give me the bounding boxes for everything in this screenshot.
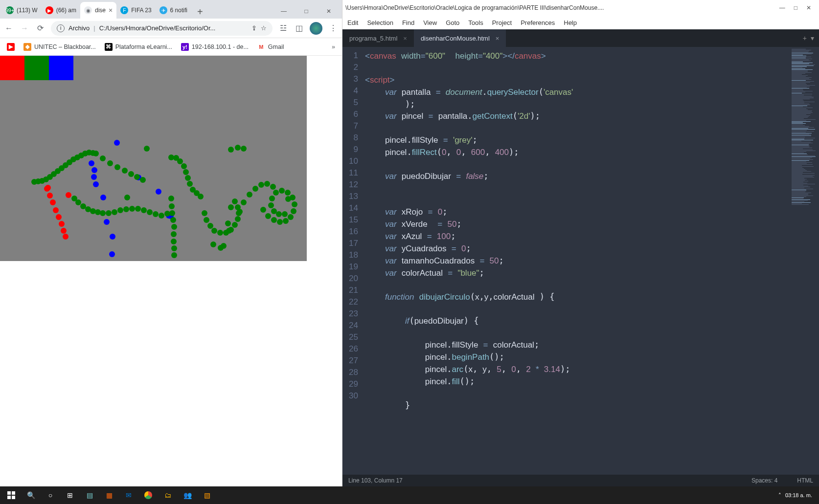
editor-close-button[interactable]: ✕ bbox=[806, 4, 811, 11]
minimize-button[interactable]: — bbox=[273, 4, 295, 19]
bookmark-item[interactable]: MGmail bbox=[257, 43, 284, 51]
bookmark-label: Plataforma eLearni... bbox=[115, 44, 172, 50]
menu-item[interactable]: Tools bbox=[468, 19, 483, 26]
omnibox-url: C:/Users/Hmora/OneDrive/Escritorio/Or... bbox=[99, 24, 248, 32]
bookmark-favicon: ⌘ bbox=[105, 43, 113, 51]
editor-title-path: \Users\Hmora\OneDrive\Escritorio\Oracle\… bbox=[345, 4, 604, 11]
menu-item[interactable]: Edit bbox=[347, 19, 358, 26]
profile-avatar[interactable] bbox=[310, 22, 322, 35]
tab-favicon: F bbox=[120, 6, 128, 14]
cortana-icon[interactable]: ○ bbox=[42, 488, 59, 503]
windows-taskbar: 🔍 ○ ⊞ ▤ ▦ ✉ 🗂 👥 ▧ ˄ 03:18 a. m. bbox=[0, 486, 819, 504]
menu-item[interactable]: Preferences bbox=[521, 19, 555, 26]
omnibox-label: Archivo bbox=[68, 24, 90, 32]
browser-tab[interactable]: ✈6 notifi bbox=[156, 2, 191, 19]
address-bar[interactable]: i Archivo | C:/Users/Hmora/OneDrive/Escr… bbox=[51, 21, 273, 36]
tab-favicon: 99+ bbox=[6, 6, 14, 14]
side-panel-icon[interactable]: ◫ bbox=[294, 23, 304, 33]
file-explorer-icon[interactable]: 🗂 bbox=[159, 488, 176, 503]
menu-item[interactable]: Help bbox=[564, 19, 577, 26]
start-button[interactable] bbox=[3, 488, 20, 503]
bookmark-overflow-icon[interactable]: » bbox=[332, 44, 335, 50]
bookmark-label: Gmail bbox=[268, 44, 284, 50]
svg-rect-2 bbox=[7, 496, 11, 499]
editor-maximize-button[interactable]: □ bbox=[794, 4, 797, 11]
bookmark-favicon: ▶ bbox=[7, 43, 15, 51]
mail-icon[interactable]: ✉ bbox=[120, 488, 137, 503]
minimap[interactable] bbox=[790, 47, 819, 475]
microsoft-store-icon[interactable]: ▤ bbox=[81, 488, 98, 503]
line-gutter: 1234567891011121314151617181920212223242… bbox=[342, 47, 362, 475]
editor-body: 1234567891011121314151617181920212223242… bbox=[342, 47, 819, 475]
editor-tab-label: disenharConMouse.html bbox=[421, 35, 490, 42]
bookmarks-bar: ▶◆UNITEC – Blackboar...⌘Plataforma eLear… bbox=[0, 38, 342, 56]
bookmark-item[interactable]: ▶ bbox=[7, 43, 15, 51]
reading-list-icon[interactable]: ☳ bbox=[278, 23, 288, 33]
bookmark-favicon: y! bbox=[181, 43, 189, 51]
tray-chevron-icon[interactable]: ˄ bbox=[778, 492, 781, 499]
maximize-button[interactable]: □ bbox=[295, 4, 318, 19]
svg-rect-1 bbox=[12, 491, 15, 495]
editor-tab[interactable]: disenharConMouse.html× bbox=[414, 29, 506, 47]
forward-button[interactable]: → bbox=[20, 23, 29, 33]
site-info-icon[interactable]: i bbox=[57, 24, 65, 32]
close-tab-icon[interactable]: × bbox=[496, 35, 500, 42]
status-indent[interactable]: Spaces: 4 bbox=[751, 477, 777, 484]
browser-tab[interactable]: ▶(66) am bbox=[42, 2, 80, 19]
code-area[interactable]: <canvas width="600" height="400"></canva… bbox=[362, 47, 790, 475]
tab-label: (113) W bbox=[17, 7, 38, 14]
chrome-window: 99+(113) W▶(66) am◉dise×FFIFA 23✈6 notif… bbox=[0, 0, 342, 486]
close-tab-icon[interactable]: × bbox=[109, 6, 113, 14]
sublime-taskbar-icon[interactable]: ▧ bbox=[199, 488, 215, 503]
editor-menubar[interactable]: EditSelectionFindViewGotoToolsProjectPre… bbox=[342, 16, 819, 29]
menu-item[interactable]: Find bbox=[402, 19, 414, 26]
editor-tab-label: programa_5.html bbox=[349, 35, 397, 42]
new-view-button[interactable]: + bbox=[803, 34, 807, 42]
menu-item[interactable]: Goto bbox=[446, 19, 459, 26]
chrome-taskbar-icon[interactable] bbox=[140, 488, 157, 503]
drawing-canvas[interactable] bbox=[0, 56, 307, 261]
menu-item[interactable]: Selection bbox=[367, 19, 393, 26]
browser-tab[interactable]: FFIFA 23 bbox=[116, 2, 155, 19]
bookmark-favicon: M bbox=[257, 43, 265, 51]
reload-button[interactable]: ⟳ bbox=[35, 23, 45, 33]
bookmark-label: 192-168.100.1 - de... bbox=[192, 44, 249, 50]
tab-favicon: ✈ bbox=[159, 6, 167, 14]
editor-tab[interactable]: programa_5.html× bbox=[342, 29, 414, 47]
tab-label: dise bbox=[95, 7, 106, 14]
editor-titlebar: \Users\Hmora\OneDrive\Escritorio\Oracle\… bbox=[342, 0, 819, 16]
new-tab-button[interactable]: + bbox=[193, 5, 207, 19]
svg-rect-3 bbox=[12, 496, 15, 499]
teams-icon[interactable]: 👥 bbox=[179, 488, 196, 503]
tab-dropdown-icon[interactable]: ▾ bbox=[811, 34, 814, 42]
bookmark-item[interactable]: ⌘Plataforma eLearni... bbox=[105, 43, 172, 51]
status-syntax[interactable]: HTML bbox=[797, 477, 813, 484]
chrome-toolbar: ← → ⟳ i Archivo | C:/Users/Hmora/OneDriv… bbox=[0, 19, 342, 38]
editor-minimize-button[interactable]: — bbox=[779, 4, 785, 11]
bookmark-item[interactable]: y!192-168.100.1 - de... bbox=[181, 43, 249, 51]
bookmark-item[interactable]: ◆UNITEC – Blackboar... bbox=[23, 43, 96, 51]
status-cursor[interactable]: Line 103, Column 17 bbox=[348, 477, 403, 484]
clock[interactable]: 03:18 a. m. bbox=[785, 492, 812, 498]
share-icon[interactable]: ⇪ bbox=[251, 24, 257, 32]
chrome-menu-button[interactable]: ⋮ bbox=[328, 23, 338, 33]
sublime-window: \Users\Hmora\OneDrive\Escritorio\Oracle\… bbox=[342, 0, 819, 486]
menu-item[interactable]: View bbox=[423, 19, 437, 26]
editor-statusbar: Line 103, Column 17 Spaces: 4 HTML bbox=[342, 475, 819, 486]
browser-tab[interactable]: 99+(113) W bbox=[2, 2, 42, 19]
tab-label: (66) am bbox=[56, 7, 76, 14]
close-tab-icon[interactable]: × bbox=[403, 35, 407, 42]
back-button[interactable]: ← bbox=[4, 23, 14, 33]
app-icon[interactable]: ▦ bbox=[101, 488, 117, 503]
svg-rect-0 bbox=[7, 491, 11, 495]
tab-label: 6 notifi bbox=[170, 7, 187, 14]
browser-tab[interactable]: ◉dise× bbox=[80, 2, 116, 19]
bookmark-star-icon[interactable]: ☆ bbox=[261, 24, 267, 32]
search-icon[interactable]: 🔍 bbox=[23, 488, 39, 503]
menu-item[interactable]: Project bbox=[492, 19, 512, 26]
editor-tabs: programa_5.html×disenharConMouse.html× +… bbox=[342, 29, 819, 47]
chrome-tabstrip: 99+(113) W▶(66) am◉dise×FFIFA 23✈6 notif… bbox=[0, 0, 342, 19]
close-window-button[interactable]: ✕ bbox=[318, 4, 340, 19]
task-view-icon[interactable]: ⊞ bbox=[62, 488, 78, 503]
tab-label: FIFA 23 bbox=[131, 7, 151, 14]
